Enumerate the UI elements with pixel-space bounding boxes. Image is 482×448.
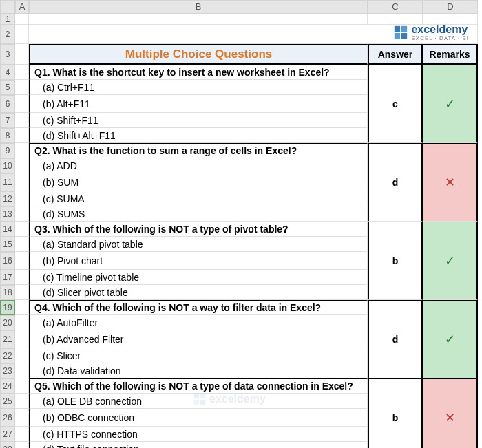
option-q3-3[interactable]: (d) Slicer pivot table (29, 285, 368, 300)
col-header-a[interactable]: A (15, 0, 29, 14)
answer-cell-q1-r0[interactable] (368, 65, 423, 80)
row-header-17[interactable]: 17 (0, 270, 15, 285)
cell-a1[interactable] (15, 14, 29, 25)
answer-cell-q5-r2[interactable]: b (368, 409, 423, 427)
row-header-25[interactable]: 25 (0, 394, 15, 409)
remarks-cell-q5-r1[interactable] (423, 394, 478, 409)
remarks-cell-q2-r4[interactable] (423, 206, 478, 222)
row-header-24[interactable]: 24 (0, 378, 15, 394)
cell-a-q4-o2[interactable] (15, 348, 29, 363)
row-header-6[interactable]: 6 (0, 95, 15, 113)
remarks-cell-q3-r2[interactable]: ✓ (423, 252, 478, 270)
answer-cell-q4-r0[interactable] (368, 300, 423, 315)
question-2[interactable]: Q2. What is the function to sum a range … (29, 143, 368, 158)
row-header-11[interactable]: 11 (0, 173, 15, 191)
cell-a-q3-o2[interactable] (15, 270, 29, 285)
row-header-1[interactable]: 1 (0, 14, 15, 25)
row-header-27[interactable]: 27 (0, 427, 15, 442)
answer-cell-q4-r3[interactable] (368, 348, 423, 363)
row-header-3[interactable]: 3 (0, 44, 15, 65)
cell-a-q2-o2[interactable] (15, 191, 29, 206)
answer-cell-q2-r1[interactable] (368, 158, 423, 173)
answer-cell-q5-r4[interactable] (368, 442, 423, 448)
remarks-cell-q5-r3[interactable] (423, 427, 478, 442)
cell-b2[interactable]: exceldemyEXCEL · DATA · BI (29, 25, 478, 44)
cell-a-q5-o2[interactable] (15, 427, 29, 442)
remarks-cell-q4-r3[interactable] (423, 348, 478, 363)
option-q4-1[interactable]: (b) Advanced Filter (29, 330, 368, 348)
remarks-cell-q2-r2[interactable]: ✕ (423, 173, 478, 191)
remarks-cell-q1-r1[interactable] (423, 80, 478, 95)
remarks-cell-q1-r2[interactable]: ✓ (423, 95, 478, 113)
header-title[interactable]: Multiple Choice Questions (29, 44, 368, 65)
cell-b1[interactable] (29, 14, 368, 25)
answer-cell-q1-r1[interactable] (368, 80, 423, 95)
answer-cell-q2-r0[interactable] (368, 143, 423, 158)
option-q2-1[interactable]: (b) SUM (29, 173, 368, 191)
row-header-18[interactable]: 18 (0, 285, 15, 300)
option-q4-2[interactable]: (c) Slicer (29, 348, 368, 363)
option-q5-3[interactable]: (d) Text file connection (29, 442, 368, 448)
row-header-22[interactable]: 22 (0, 348, 15, 363)
answer-cell-q1-r4[interactable] (368, 128, 423, 143)
remarks-cell-q3-r4[interactable] (423, 285, 478, 300)
cell-a-q5-o1[interactable] (15, 409, 29, 427)
remarks-cell-q4-r4[interactable] (423, 363, 478, 378)
answer-cell-q2-r4[interactable] (368, 206, 423, 222)
answer-cell-q3-r0[interactable] (368, 222, 423, 237)
cell-a-q2-o0[interactable] (15, 158, 29, 173)
option-q5-1[interactable]: (b) ODBC connection (29, 409, 368, 427)
col-header-d[interactable]: D (423, 0, 478, 14)
cell-a2[interactable] (15, 25, 29, 44)
header-answer[interactable]: Answer (368, 44, 423, 65)
option-q2-0[interactable]: (a) ADD (29, 158, 368, 173)
answer-cell-q5-r3[interactable] (368, 427, 423, 442)
remarks-cell-q2-r1[interactable] (423, 158, 478, 173)
option-q2-3[interactable]: (d) SUMS (29, 206, 368, 222)
row-header-2[interactable]: 2 (0, 25, 15, 44)
answer-cell-q5-r0[interactable] (368, 378, 423, 394)
cell-a-q5[interactable] (15, 378, 29, 394)
question-3[interactable]: Q3. Which of the following is NOT a type… (29, 222, 368, 237)
cell-a-q3-o3[interactable] (15, 285, 29, 300)
cell-a-q3[interactable] (15, 222, 29, 237)
remarks-cell-q3-r1[interactable] (423, 237, 478, 252)
remarks-cell-q3-r3[interactable] (423, 270, 478, 285)
option-q4-0[interactable]: (a) AutoFilter (29, 315, 368, 330)
row-header-20[interactable]: 20 (0, 315, 15, 330)
row-header-26[interactable]: 26 (0, 409, 15, 427)
remarks-cell-q4-r1[interactable] (423, 315, 478, 330)
remarks-cell-q4-r0[interactable] (423, 300, 478, 315)
cell-a-q3-o1[interactable] (15, 252, 29, 270)
row-header-28[interactable]: 28 (0, 442, 15, 448)
option-q3-2[interactable]: (c) Timeline pivot table (29, 270, 368, 285)
cell-a-q1[interactable] (15, 65, 29, 80)
answer-cell-q4-r1[interactable] (368, 315, 423, 330)
remarks-cell-q5-r0[interactable] (423, 378, 478, 394)
answer-cell-q5-r1[interactable] (368, 394, 423, 409)
header-remarks[interactable]: Remarks (423, 44, 478, 65)
cell-a-q2-o1[interactable] (15, 173, 29, 191)
remarks-cell-q2-r0[interactable] (423, 143, 478, 158)
answer-cell-q1-r2[interactable]: c (368, 95, 423, 113)
option-q3-0[interactable]: (a) Standard pivot table (29, 237, 368, 252)
row-header-14[interactable]: 14 (0, 222, 15, 237)
cell-a-q1-o0[interactable] (15, 80, 29, 95)
remarks-cell-q5-r4[interactable] (423, 442, 478, 448)
row-header-4[interactable]: 4 (0, 65, 15, 80)
col-header-b[interactable]: B (29, 0, 368, 14)
remarks-cell-q4-r2[interactable]: ✓ (423, 330, 478, 348)
remarks-cell-q1-r0[interactable] (423, 65, 478, 80)
row-header-9[interactable]: 9 (0, 143, 15, 158)
cell-a-q3-o0[interactable] (15, 237, 29, 252)
row-header-15[interactable]: 15 (0, 237, 15, 252)
answer-cell-q3-r1[interactable] (368, 237, 423, 252)
question-1[interactable]: Q1. What is the shortcut key to insert a… (29, 65, 368, 80)
remarks-cell-q1-r3[interactable] (423, 113, 478, 128)
row-header-19[interactable]: 19 (0, 300, 15, 315)
option-q5-0[interactable]: (a) OLE DB connection (29, 394, 368, 409)
answer-cell-q3-r2[interactable]: b (368, 252, 423, 270)
remarks-cell-q1-r4[interactable] (423, 128, 478, 143)
option-q1-2[interactable]: (c) Shift+F11 (29, 113, 368, 128)
answer-cell-q3-r3[interactable] (368, 270, 423, 285)
